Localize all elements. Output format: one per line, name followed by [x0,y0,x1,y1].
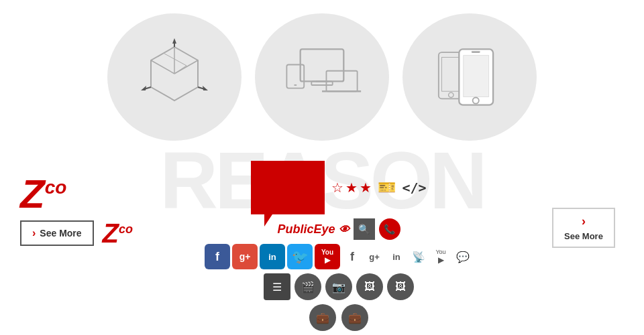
svg-marker-12 [203,86,208,90]
svg-rect-25 [464,56,489,97]
pizza-icon: 🎫 [378,179,396,196]
co-text-large: co [45,177,67,198]
see-more-button-right[interactable]: › See More [552,208,615,248]
video-camera-icon-1[interactable]: 🎬 [294,273,321,300]
search-button[interactable]: 🔍 [354,218,375,240]
linkedin-outline-icon[interactable]: in [386,247,407,267]
whatsapp-icon[interactable]: 💬 [453,247,473,267]
svg-line-2 [151,60,174,74]
center-section: ☆ ★ ★ 🎫 </> PublicEye 👁 🔍 📞 f g+ in 🐦 [141,161,537,331]
svg-line-4 [164,54,186,66]
bubble-phones [402,13,537,141]
see-more-label-left: See More [40,228,81,239]
svg-marker-10 [141,86,146,90]
cube-icon [134,37,215,117]
publiceye-logo: PublicEye 👁 [277,222,349,237]
publiceye-label: PublicEye [277,222,335,236]
briefcase-icon-2[interactable]: 💼 [341,304,368,331]
star-icon-2: ★ [345,180,358,196]
see-more-label-right: See More [564,231,603,241]
arrow-icon-left: › [32,227,36,239]
bottom-media-icons-row: 💼 💼 [309,304,368,331]
svg-rect-16 [311,81,332,85]
devices-icon [282,37,362,117]
list-menu-icon[interactable]: ☰ [264,273,290,300]
icons-right-area: ☆ ★ ★ 🎫 </> [331,179,426,196]
right-section: › See More [543,208,624,248]
image-icon-1[interactable]: 🖼 [356,273,383,300]
svg-rect-27 [472,51,480,53]
z-letter-large: Z [20,172,45,216]
publiceye-row: PublicEye 👁 🔍 📞 [277,218,400,240]
media-icons-row: ☰ 🎬 📷 🖼 🖼 [264,273,414,300]
phone-button[interactable]: 📞 [379,218,400,240]
eye-icon: 👁 [339,224,350,235]
google-outline-icon[interactable]: g+ [364,247,384,267]
z-letter-small: Z [103,218,119,248]
left-section: Zco › See More Zco [20,174,134,247]
star-icon-3: ★ [360,180,372,196]
svg-marker-8 [172,38,176,44]
rss-icon[interactable]: 📡 [409,247,429,267]
facebook-outline-icon[interactable]: f [342,247,362,267]
see-more-button-left[interactable]: › See More [20,220,94,246]
briefcase-icon-1[interactable]: 💼 [309,304,336,331]
svg-rect-13 [301,49,344,81]
bubble-devices [255,13,389,141]
chat-bubble-area: ☆ ★ ★ 🎫 </> [251,161,426,214]
svg-point-23 [449,92,453,97]
google-plus-icon[interactable]: g+ [232,244,258,269]
arrow-icon-right: › [582,214,586,228]
video-camera-icon-2[interactable]: 📷 [325,273,352,300]
image-icon-2[interactable]: 🖼 [387,273,414,300]
bottom-area: Zco › See More Zco ☆ ★ ★ 🎫 </> [0,154,644,335]
stars-row: ☆ ★ ★ 🎫 </> [331,179,426,196]
svg-line-6 [174,66,186,74]
star-icon-1: ☆ [331,180,343,196]
svg-rect-22 [441,57,460,91]
code-icon: </> [402,180,426,196]
bubbles-row [0,0,644,141]
facebook-icon[interactable]: f [205,244,230,269]
co-text-small: co [119,222,133,236]
youtube-outline-icon[interactable]: You ▶ [431,247,451,267]
social-icons-colored-row: f g+ in 🐦 You ▶ f g+ in 📡 You ▶ 💬 [205,244,473,269]
linkedin-icon[interactable]: in [260,244,285,269]
svg-line-5 [158,47,174,57]
z-logo-small: Zco [103,220,133,247]
youtube-icon[interactable]: You ▶ [315,244,340,269]
phones-icon [429,37,510,117]
twitter-icon[interactable]: 🐦 [287,244,313,269]
red-chat-box [251,161,325,214]
bubble-cube [107,13,241,141]
z-logo-large: Zco [20,174,66,214]
